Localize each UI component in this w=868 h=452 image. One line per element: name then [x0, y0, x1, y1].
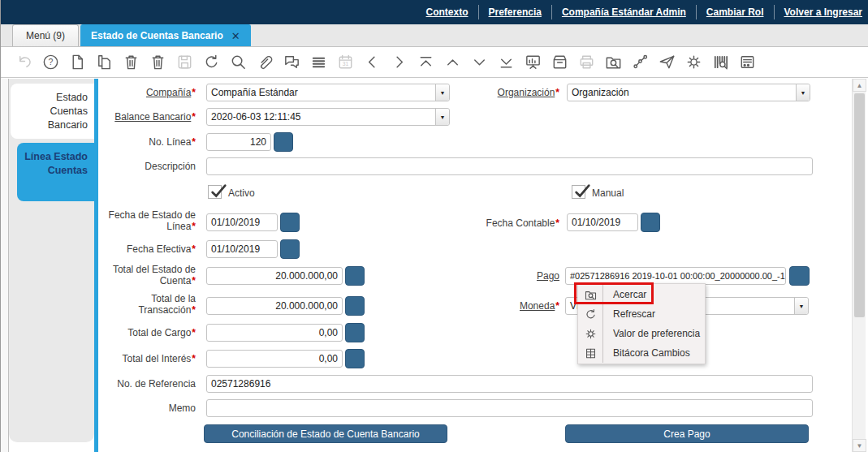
descripcion-field[interactable]	[206, 157, 813, 175]
delete-record-icon[interactable]	[121, 53, 140, 72]
svg-text:31: 31	[342, 61, 348, 67]
zoom-across-icon	[578, 285, 603, 304]
tab-menu[interactable]: Menú (9)	[12, 24, 79, 46]
organizacion-label[interactable]: Organización	[456, 87, 559, 98]
parent-record-icon[interactable]	[443, 53, 462, 72]
menu-item-refrescar[interactable]: Refrescar	[578, 304, 705, 324]
calculator-button[interactable]	[274, 132, 293, 152]
link-contexto[interactable]: Contexto	[426, 6, 469, 18]
moneda-label[interactable]: Moneda	[456, 300, 559, 312]
fecha-estado-linea-field[interactable]: 01/10/2019	[206, 213, 278, 231]
scroll-up-icon[interactable]: ▲	[853, 79, 866, 92]
find-icon[interactable]	[228, 53, 248, 72]
toolbar: ?31	[1, 47, 868, 78]
refresh-icon[interactable]	[201, 53, 221, 72]
link-preferencia[interactable]: Preferencia	[489, 6, 542, 18]
menu-item-label: Refrescar	[603, 304, 655, 324]
balance-bancario-label[interactable]: Balance Bancario	[90, 111, 196, 123]
window-tab-bar: Menú (9) Estado de Cuentas Bancario ✕	[1, 24, 868, 47]
dropdown-arrow-icon[interactable]: ▼	[794, 298, 808, 314]
organizacion-value: Organización	[572, 87, 629, 98]
next-record-icon[interactable]	[389, 53, 408, 72]
calendar-button[interactable]	[280, 239, 300, 259]
pago-zoom-button[interactable]	[789, 266, 810, 286]
conciliacion-button[interactable]: Conciliación de Estado de Cuenta Bancari…	[204, 424, 447, 443]
tab-estado-cuentas-bancario[interactable]: Estado de Cuentas Bancario ✕	[80, 24, 251, 46]
total-cargo-field[interactable]: 0,00	[206, 324, 343, 342]
menu-item-valor-preferencia[interactable]: Valor de preferencia	[578, 324, 705, 343]
memo-field[interactable]	[206, 399, 813, 417]
divider	[551, 5, 552, 19]
zoom-across-icon[interactable]	[603, 53, 623, 72]
fecha-estado-linea-value: 01/10/2019	[211, 217, 260, 228]
link-volver-a-ingresar[interactable]: Volver a Ingresar	[784, 6, 863, 18]
sidebar-tab-estado-cuentas-bancario[interactable]: Estado Cuentas Bancario	[11, 84, 94, 139]
calculator-button[interactable]	[345, 266, 365, 286]
pago-label[interactable]: Pago	[456, 270, 559, 282]
activo-checkbox[interactable]	[208, 185, 222, 199]
copy-record-icon[interactable]	[94, 53, 114, 72]
menu-item-label: Valor de preferencia	[603, 324, 700, 343]
manual-label: Manual	[592, 187, 624, 199]
calendar-button[interactable]	[280, 213, 300, 232]
sidebar-tab-linea-estado-cuentas[interactable]: Línea Estado Cuentas	[17, 143, 94, 201]
total-transaccion-label: Total de la Transacción	[92, 293, 196, 316]
report-icon[interactable]	[523, 53, 542, 72]
organizacion-field[interactable]: Organización ▼	[567, 84, 810, 101]
calendar-button[interactable]	[641, 213, 660, 232]
dropdown-arrow-icon[interactable]: ▼	[435, 109, 449, 125]
detail-record-icon[interactable]	[469, 53, 489, 72]
manual-checkbox[interactable]	[572, 185, 585, 199]
dropdown-arrow-icon[interactable]: ▼	[796, 84, 810, 101]
pago-field[interactable]: #02571286916 2019-10-01 00:00:00_2000000…	[565, 267, 786, 285]
scrollbar-thumb[interactable]	[854, 93, 865, 317]
refresh-icon	[578, 304, 603, 324]
total-cargo-value: 0,00	[319, 327, 338, 338]
dropdown-arrow-icon[interactable]: ▼	[435, 84, 449, 101]
divider	[696, 5, 697, 19]
total-estado-cuenta-field[interactable]: 20.000.000,00	[206, 267, 343, 285]
preference-icon	[578, 324, 603, 343]
fecha-efectiva-label: Fecha Efectiva	[106, 243, 196, 255]
link-compania-estandar-admin[interactable]: Compañía Estándar Admin	[562, 6, 686, 18]
tab-menu-label: Menú (9)	[26, 30, 65, 41]
last-record-icon[interactable]	[496, 53, 516, 72]
changelog-icon	[578, 343, 603, 363]
calculator-button[interactable]	[345, 323, 365, 342]
top-menu-bar: Contexto Preferencia Compañía Estándar A…	[1, 0, 868, 24]
form-panel-icon[interactable]	[737, 53, 757, 72]
fecha-efectiva-field[interactable]: 01/10/2019	[206, 240, 278, 258]
close-tab-icon[interactable]: ✕	[231, 30, 240, 42]
chat-icon[interactable]	[282, 53, 301, 72]
first-record-icon[interactable]	[416, 53, 435, 72]
menu-item-acercar[interactable]: Acercar	[578, 285, 705, 304]
delete-selection-icon[interactable]	[148, 53, 167, 72]
vertical-scrollbar[interactable]: ▲ ▼	[852, 79, 866, 452]
attachment-icon[interactable]	[255, 53, 274, 72]
menu-item-bitacora-cambios[interactable]: Bitácora Cambios	[578, 343, 705, 363]
product-info-icon[interactable]	[710, 53, 730, 72]
calculator-button[interactable]	[345, 349, 365, 368]
request-icon[interactable]	[657, 53, 676, 72]
fecha-contable-field[interactable]: 01/10/2019	[567, 213, 638, 231]
link-cambiar-rol[interactable]: Cambiar Rol	[706, 6, 764, 18]
balance-bancario-field[interactable]: 2020-06-03 12:11:45 ▼	[206, 108, 450, 126]
scroll-down-icon[interactable]: ▼	[853, 439, 866, 452]
workflow-icon[interactable]	[630, 53, 650, 72]
compania-field[interactable]: Compañía Estándar ▼	[206, 84, 450, 101]
compania-label[interactable]: Compañía	[106, 87, 196, 98]
grid-toggle-icon[interactable]	[309, 53, 328, 72]
previous-record-icon[interactable]	[362, 53, 382, 72]
help-icon[interactable]: ?	[41, 53, 60, 72]
no-referencia-field[interactable]: 02571286916	[206, 375, 813, 393]
calculator-button[interactable]	[345, 296, 365, 316]
memo-label: Memo	[92, 402, 196, 414]
new-record-icon[interactable]	[67, 53, 87, 72]
preference-icon[interactable]	[684, 53, 703, 72]
total-interes-field[interactable]: 0,00	[206, 350, 343, 368]
west-collapsed-panel[interactable]	[1, 79, 9, 452]
crea-pago-button[interactable]: Crea Pago	[565, 424, 809, 443]
total-transaccion-field[interactable]: 20.000.000,00	[206, 297, 343, 315]
no-linea-field[interactable]: 120	[206, 133, 271, 151]
archive-icon[interactable]	[550, 53, 569, 72]
